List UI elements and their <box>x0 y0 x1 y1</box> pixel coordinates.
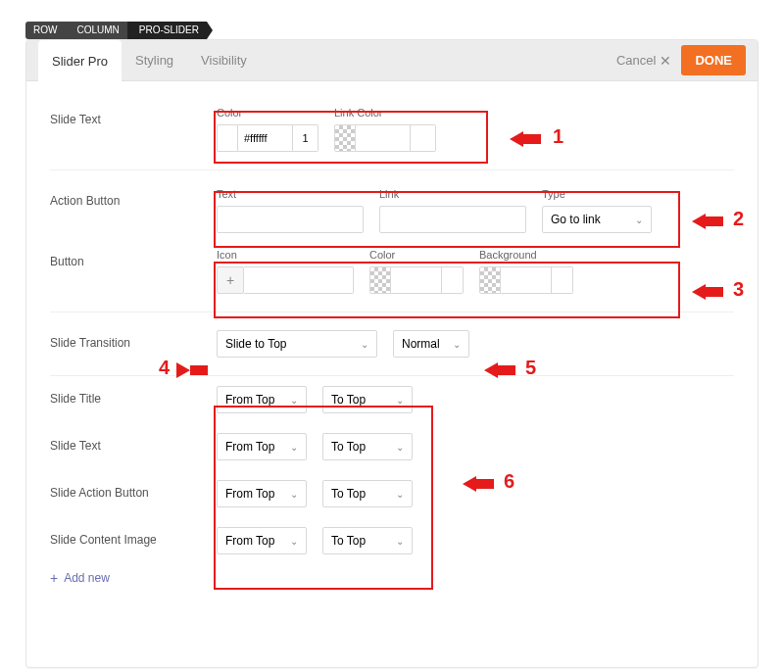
anim-to-select[interactable]: To Top⌄ <box>322 386 413 413</box>
field-link: Link <box>379 188 526 233</box>
close-icon: ✕ <box>660 53 671 69</box>
plus-icon: + <box>226 273 234 287</box>
anim-to-select[interactable]: To Top⌄ <box>322 433 413 460</box>
field-label: Text <box>217 188 364 200</box>
color-opacity-input[interactable] <box>293 124 318 152</box>
action-text-input[interactable] <box>217 206 364 233</box>
select-value: To Top <box>331 534 366 548</box>
icon-picker-display <box>244 266 354 294</box>
color-swatch-transparent[interactable] <box>369 266 391 294</box>
select-value: To Top <box>331 440 366 454</box>
select-value: From Top <box>225 487 274 501</box>
color-picker-link[interactable] <box>334 124 436 152</box>
add-new-button[interactable]: + Add new <box>50 570 110 586</box>
button-color-hex-input[interactable] <box>391 266 442 294</box>
field-button-background: Background <box>479 249 573 294</box>
tab-slider-pro[interactable]: Slider Pro <box>38 40 122 82</box>
anim-from-select[interactable]: From Top⌄ <box>217 386 307 413</box>
select-value: Go to link <box>551 213 601 226</box>
settings-panel: Slider Pro Styling Visibility Cancel ✕ D… <box>25 39 759 668</box>
select-value: To Top <box>331 487 366 501</box>
transition-effect-select[interactable]: Slide to Top ⌄ <box>217 330 377 358</box>
breadcrumb-item-row[interactable]: ROW <box>25 22 65 39</box>
link-color-hex-input[interactable] <box>356 124 411 152</box>
transition-speed-select[interactable]: Normal ⌄ <box>393 330 469 358</box>
select-value: From Top <box>225 534 274 548</box>
row-label: Slide Transition <box>50 330 217 350</box>
field-label: Color <box>369 249 464 261</box>
row-button: Button Icon + Color <box>50 241 734 312</box>
tab-bar: Slider Pro Styling Visibility Cancel ✕ D… <box>26 40 758 81</box>
row-label: Slide Text <box>50 433 217 453</box>
row-label: Slide Text <box>50 107 217 126</box>
field-color: Color <box>217 107 318 152</box>
anim-to-select[interactable]: To Top⌄ <box>322 527 413 554</box>
button-color-picker[interactable] <box>369 266 464 294</box>
select-value: From Top <box>225 393 274 407</box>
field-link-color: Link Color <box>334 107 436 152</box>
cancel-button[interactable]: Cancel ✕ <box>616 53 671 69</box>
tab-visibility[interactable]: Visibility <box>187 40 261 81</box>
row-label: Slide Content Image <box>50 527 217 547</box>
field-label: Color <box>217 107 318 119</box>
plus-icon: + <box>50 570 58 586</box>
select-value: To Top <box>331 393 366 407</box>
chevron-down-icon: ⌄ <box>290 489 298 500</box>
row-label: Button <box>50 249 217 268</box>
field-label: Background <box>479 249 573 261</box>
field-type: Type Go to link ⌄ <box>542 188 652 233</box>
row-slide-text: Slide Text Color Link Color <box>50 89 734 170</box>
anim-from-select[interactable]: From Top⌄ <box>217 480 307 507</box>
link-color-opacity-input[interactable] <box>411 124 436 152</box>
color-picker[interactable] <box>217 124 318 152</box>
field-label: Link <box>379 188 526 200</box>
select-value: From Top <box>225 440 274 454</box>
field-label: Type <box>542 188 652 200</box>
anim-from-select[interactable]: From Top⌄ <box>217 433 307 460</box>
breadcrumb-item-column[interactable]: COLUMN <box>65 22 126 39</box>
field-icon: Icon + <box>217 249 354 294</box>
button-bg-opacity-input[interactable] <box>552 266 573 294</box>
row-label: Action Button <box>50 188 217 208</box>
row-anim: Slide Action ButtonFrom Top⌄To Top⌄ <box>50 470 734 517</box>
button-bg-picker[interactable] <box>479 266 573 294</box>
icon-picker[interactable]: + <box>217 266 354 294</box>
chevron-down-icon: ⌄ <box>396 536 404 547</box>
action-type-select[interactable]: Go to link ⌄ <box>542 206 652 233</box>
anim-to-select[interactable]: To Top⌄ <box>322 480 413 507</box>
anim-from-select[interactable]: From Top⌄ <box>217 527 307 554</box>
cancel-label: Cancel <box>616 53 656 68</box>
panel-content: Slide Text Color Link Color <box>26 81 758 667</box>
color-swatch[interactable] <box>217 124 238 152</box>
row-action-button: Action Button Text Link Type Go to link <box>50 170 734 241</box>
chevron-down-icon: ⌄ <box>396 442 404 453</box>
select-value: Slide to Top <box>225 337 287 351</box>
chevron-down-icon: ⌄ <box>396 395 404 406</box>
field-button-color: Color <box>369 249 464 294</box>
field-label: Icon <box>217 249 354 261</box>
color-hex-input[interactable] <box>238 124 293 152</box>
row-anim: Slide TitleFrom Top⌄To Top⌄ <box>50 376 734 423</box>
action-link-input[interactable] <box>379 206 526 233</box>
chevron-down-icon: ⌄ <box>635 215 643 225</box>
chevron-down-icon: ⌄ <box>453 339 461 350</box>
row-anim: Slide TextFrom Top⌄To Top⌄ <box>50 423 734 470</box>
button-bg-hex-input[interactable] <box>501 266 552 294</box>
breadcrumb-item-pro-slider[interactable]: PRO-SLIDER <box>127 22 207 39</box>
add-icon-button[interactable]: + <box>217 266 244 294</box>
chevron-down-icon: ⌄ <box>290 442 298 453</box>
field-label: Link Color <box>334 107 436 119</box>
tab-styling[interactable]: Styling <box>122 40 187 81</box>
select-value: Normal <box>402 337 440 351</box>
chevron-down-icon: ⌄ <box>290 395 298 406</box>
done-button[interactable]: DONE <box>681 45 746 75</box>
breadcrumb: ROW COLUMN PRO-SLIDER <box>25 22 759 39</box>
add-new-label: Add new <box>64 571 110 585</box>
color-swatch-transparent[interactable] <box>479 266 501 294</box>
color-swatch-transparent[interactable] <box>334 124 356 152</box>
button-color-opacity-input[interactable] <box>442 266 464 294</box>
chevron-down-icon: ⌄ <box>396 489 404 500</box>
row-slide-transition: Slide Transition Slide to Top ⌄ Normal ⌄ <box>50 312 734 376</box>
row-label: Slide Action Button <box>50 480 217 500</box>
row-label: Slide Title <box>50 386 217 406</box>
